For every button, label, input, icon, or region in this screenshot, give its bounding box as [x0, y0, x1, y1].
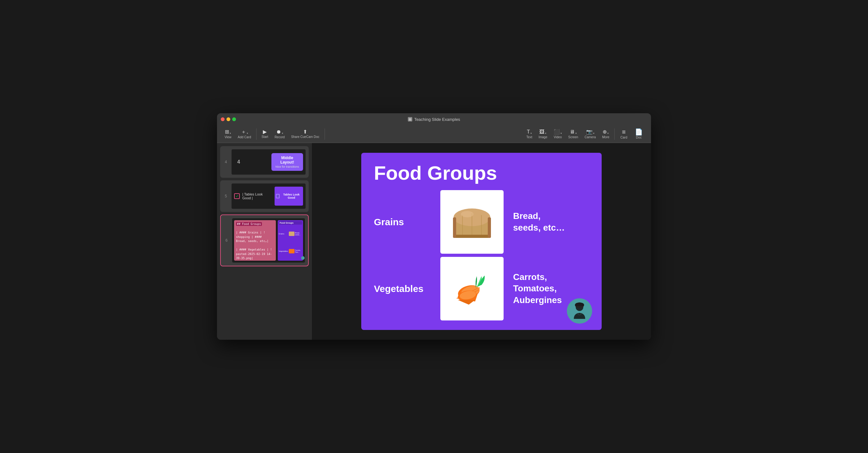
more-tool-button[interactable]: ⊕ ▾ More: [600, 128, 612, 140]
thumb-carrots-text: Carrots,Tom...: [295, 249, 301, 253]
markdown-line-2: | #### Grains | ! shopping | ####: [236, 231, 265, 239]
card-icon: ≡: [622, 129, 626, 135]
checkmark-icon: ✓: [236, 194, 239, 198]
window-title: ▤ Teaching Slide Examples: [408, 117, 460, 122]
minimize-button[interactable]: [226, 117, 230, 121]
slide-card-6[interactable]: 6 ## Food Groups | #### Grains | ! shopp…: [220, 214, 309, 266]
close-button[interactable]: [221, 117, 225, 121]
record-button[interactable]: ⏺ ▾ Record: [272, 128, 287, 140]
add-card-button[interactable]: ＋ ▾ Add Card: [235, 128, 254, 140]
more-label: More: [602, 135, 610, 139]
svg-rect-8: [488, 217, 491, 238]
screen-label: Screen: [568, 135, 578, 139]
text-tool-button[interactable]: T ▾ Text: [524, 128, 535, 140]
traffic-lights: [221, 117, 236, 121]
separator-1: [256, 128, 256, 140]
slide-6-thumb: Food Groups Grains Vegetables: [278, 220, 303, 261]
video-arrow: ▾: [561, 132, 562, 135]
screen-icon: 🖥: [570, 129, 575, 134]
slide-card-5[interactable]: 5 ✓ | Tables Look Good | ✓: [220, 180, 309, 212]
start-icon: ▶: [263, 129, 267, 134]
slide-6-inner: ## Food Groups | #### Grains | ! shoppin…: [232, 218, 305, 263]
carrots-text: Carrots,Tomatoes,Aubergines: [513, 271, 562, 306]
text-icon: T: [527, 129, 530, 134]
share-icon: ⬆: [303, 129, 307, 134]
slide-5-thumb-title: Tables Look Good: [281, 193, 302, 199]
grains-label-cell: Grains: [374, 190, 437, 254]
screen-tool-button[interactable]: 🖥 ▾ Screen: [566, 128, 581, 140]
video-label: Video: [554, 135, 562, 139]
text-arrow: ▾: [530, 132, 532, 135]
person-svg: [570, 301, 589, 321]
thumb-labels: Grains Vegetables: [279, 225, 288, 260]
slide-5-preview: ✓ | Tables Look Good | ✓ Tables Look Goo…: [231, 183, 306, 209]
carrot-image-cell: [440, 257, 504, 321]
add-card-label: Add Card: [238, 135, 251, 139]
slide-5-number: 5: [223, 194, 228, 198]
thumb-bread-img: [289, 232, 294, 236]
svg-marker-16: [458, 300, 475, 305]
image-label: Image: [538, 135, 547, 139]
slide-4-subtitle: Nice for transitions: [275, 165, 299, 168]
start-button[interactable]: ▶ Start: [259, 128, 271, 140]
add-arrow: ▾: [247, 132, 248, 135]
card-view-button[interactable]: ≡ Card: [617, 127, 630, 141]
checkbox-5: ✓: [234, 193, 240, 199]
maximize-button[interactable]: [232, 117, 236, 121]
vegetables-label-cell: Vegetables: [374, 257, 437, 321]
thumb-grains-label: Grains: [279, 233, 288, 235]
slide-4-preview: 4 MiddleLayout! Nice for transitions: [231, 149, 306, 175]
camera-tool-button[interactable]: 📷 ▾ Camera: [582, 128, 598, 140]
markdown-line-5: pasted-2025-02-19 14-39-35.png|: [236, 252, 272, 260]
thumb-content: Grains Vegetables Bread,seeds...: [279, 225, 302, 260]
slide-4-title: MiddleLayout!: [275, 156, 299, 164]
video-tool-button[interactable]: ⬛ ▾ Video: [551, 128, 564, 140]
video-icon: ⬛: [554, 129, 560, 134]
share-button[interactable]: ⬆ Share CueCam Doc: [288, 128, 322, 140]
slide-4-badge: 4: [234, 159, 240, 165]
camera-icon: 📷: [586, 129, 592, 134]
svg-rect-7: [453, 217, 456, 238]
slide-card-4[interactable]: 4 4 MiddleLayout! Nice for transitions: [220, 146, 309, 178]
slide-6-preview: ## Food Groups | #### Grains | ! shoppin…: [232, 218, 305, 263]
markdown-line-4: | #### Vegetables | !: [236, 248, 272, 251]
image-tool-button[interactable]: 🖼 ▾ Image: [536, 128, 550, 140]
view-icon: ⊞: [225, 129, 229, 134]
svg-rect-6: [453, 235, 491, 238]
slide-canvas: Food Groups Grains: [361, 153, 602, 330]
view-arrow: ▾: [230, 132, 231, 135]
thumb-checkbox: ✓: [276, 194, 280, 198]
slide-5-thumb-content: ✓ Tables Look Good: [276, 193, 302, 199]
record-arrow: ▾: [282, 132, 283, 135]
app-icon: ▤: [408, 117, 412, 121]
doc-label: Doc: [636, 136, 642, 139]
thumb-checkmark: ✓: [276, 194, 279, 198]
doc-view-button[interactable]: 📄 Doc: [632, 127, 646, 141]
thumb-images: [289, 225, 294, 260]
titlebar: ▤ Teaching Slide Examples: [217, 113, 651, 125]
svg-point-5: [461, 211, 473, 217]
slide-4-number: 4: [223, 160, 228, 164]
thumb-vegetables-label: Vegetables: [279, 250, 288, 252]
preview-area: Food Groups Grains: [312, 143, 651, 340]
vegetables-label: Vegetables: [374, 283, 424, 294]
bread-text: Bread,seeds, etc…: [513, 210, 565, 234]
camera-arrow: ▾: [593, 132, 594, 135]
slide-6-thumb-container: Food Groups Grains Vegetables: [278, 220, 303, 261]
image-arrow: ▾: [545, 132, 546, 135]
bread-text-cell: Bread,seeds, etc…: [507, 190, 589, 254]
sidebar: 4 4 MiddleLayout! Nice for transitions 5: [217, 143, 312, 340]
thumb-title-text: Food Groups: [280, 222, 293, 224]
view-button[interactable]: ⊞ ▾ View: [222, 128, 234, 140]
content-grid: Grains: [374, 190, 589, 321]
camera-label: Camera: [585, 135, 596, 139]
separator-2: [324, 128, 325, 140]
slide-6-number: 6: [224, 238, 229, 243]
slide-6-markdown: ## Food Groups | #### Grains | ! shoppin…: [234, 220, 276, 261]
slide-5-thumb: ✓ Tables Look Good: [275, 187, 303, 206]
main-content: 4 4 MiddleLayout! Nice for transitions 5: [217, 143, 651, 340]
app-window: ▤ Teaching Slide Examples ⊞ ▾ View ＋ ▾ A…: [217, 113, 651, 340]
grains-label: Grains: [374, 217, 404, 228]
thumb-text-col: Bread,seeds... Carrots,Tom...: [295, 225, 301, 260]
add-icon: ＋: [241, 129, 246, 134]
